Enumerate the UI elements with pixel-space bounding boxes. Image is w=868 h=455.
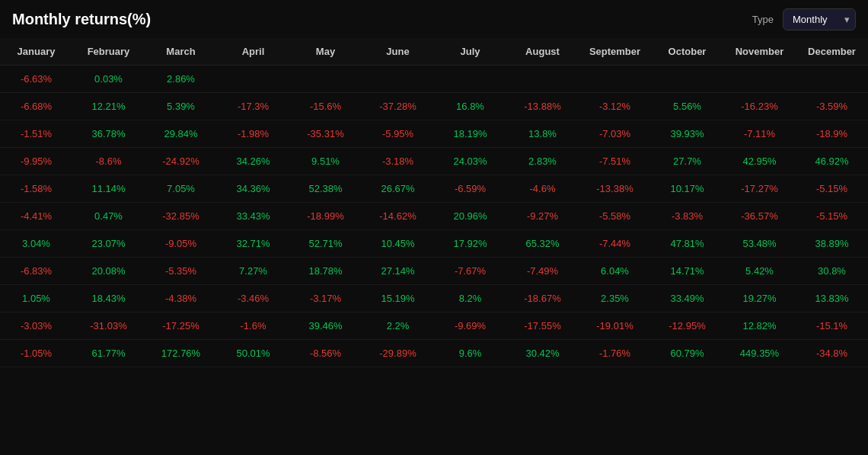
- cell-r10-c2: 172.76%: [145, 340, 217, 367]
- cell-r3-c4: 9.51%: [289, 148, 362, 175]
- cell-r8-c11: 13.83%: [796, 285, 868, 312]
- cell-r1-c1: 12.21%: [72, 93, 145, 120]
- type-dropdown[interactable]: MonthlyYearlyQuarterly: [783, 8, 856, 30]
- cell-r1-c9: 5.56%: [651, 93, 723, 120]
- col-header-august: August: [506, 38, 579, 66]
- cell-r2-c0: -1.51%: [0, 120, 72, 148]
- cell-r7-c11: 30.8%: [796, 258, 868, 285]
- cell-r0-c10: [723, 66, 796, 93]
- col-header-november: November: [723, 38, 796, 66]
- cell-r8-c7: -18.67%: [506, 285, 579, 312]
- cell-r7-c9: 14.71%: [651, 258, 723, 285]
- cell-r0-c3: [217, 66, 289, 93]
- cell-r9-c11: -15.1%: [796, 312, 868, 340]
- cell-r7-c8: 6.04%: [579, 258, 651, 285]
- cell-r6-c0: 3.04%: [0, 230, 72, 258]
- cell-r0-c9: [651, 66, 723, 93]
- cell-r6-c5: 10.45%: [362, 230, 434, 258]
- controls-area: Type MonthlyYearlyQuarterly: [752, 8, 856, 30]
- cell-r0-c2: 2.86%: [145, 66, 217, 93]
- cell-r3-c8: -7.51%: [579, 148, 651, 175]
- cell-r9-c4: 39.46%: [289, 312, 362, 340]
- cell-r5-c11: -5.15%: [796, 203, 868, 230]
- cell-r5-c1: 0.47%: [72, 203, 145, 230]
- cell-r7-c7: -7.49%: [506, 258, 579, 285]
- cell-r10-c4: -8.56%: [289, 340, 362, 367]
- cell-r3-c1: -8.6%: [72, 148, 145, 175]
- cell-r9-c1: -31.03%: [72, 312, 145, 340]
- cell-r1-c10: -16.23%: [723, 93, 796, 120]
- table-row: -1.05%61.77%172.76%50.01%-8.56%-29.89%9.…: [0, 340, 868, 367]
- cell-r4-c11: -5.15%: [796, 175, 868, 203]
- cell-r3-c11: 46.92%: [796, 148, 868, 175]
- cell-r8-c9: 33.49%: [651, 285, 723, 312]
- cell-r5-c4: -18.99%: [289, 203, 362, 230]
- cell-r4-c8: -13.38%: [579, 175, 651, 203]
- cell-r1-c0: -6.68%: [0, 93, 72, 120]
- cell-r9-c7: -17.55%: [506, 312, 579, 340]
- cell-r1-c4: -15.6%: [289, 93, 362, 120]
- cell-r8-c8: 2.35%: [579, 285, 651, 312]
- table-container: JanuaryFebruaryMarchAprilMayJuneJulyAugu…: [0, 38, 868, 455]
- cell-r8-c3: -3.46%: [217, 285, 289, 312]
- cell-r9-c9: -12.95%: [651, 312, 723, 340]
- cell-r4-c5: 26.67%: [362, 175, 434, 203]
- cell-r1-c2: 5.39%: [145, 93, 217, 120]
- cell-r1-c5: -37.28%: [362, 93, 434, 120]
- cell-r2-c7: 13.8%: [506, 120, 579, 148]
- cell-r8-c5: 15.19%: [362, 285, 434, 312]
- cell-r0-c7: [506, 66, 579, 93]
- col-header-may: May: [289, 38, 362, 66]
- col-header-january: January: [0, 38, 72, 66]
- page-header: Monthly returns(%) Type MonthlyYearlyQua…: [0, 0, 868, 38]
- cell-r0-c5: [362, 66, 434, 93]
- cell-r2-c2: 29.84%: [145, 120, 217, 148]
- cell-r4-c9: 10.17%: [651, 175, 723, 203]
- col-header-april: April: [217, 38, 289, 66]
- cell-r9-c6: -9.69%: [434, 312, 506, 340]
- cell-r9-c2: -17.25%: [145, 312, 217, 340]
- page-title: Monthly returns(%): [12, 11, 151, 28]
- cell-r10-c10: 449.35%: [723, 340, 796, 367]
- cell-r4-c2: 7.05%: [145, 175, 217, 203]
- cell-r5-c7: -9.27%: [506, 203, 579, 230]
- type-dropdown-wrapper[interactable]: MonthlyYearlyQuarterly: [783, 8, 856, 30]
- cell-r5-c10: -36.57%: [723, 203, 796, 230]
- cell-r3-c3: 34.26%: [217, 148, 289, 175]
- cell-r2-c4: -35.31%: [289, 120, 362, 148]
- cell-r7-c1: 20.08%: [72, 258, 145, 285]
- cell-r7-c2: -5.35%: [145, 258, 217, 285]
- col-header-september: September: [579, 38, 651, 66]
- cell-r2-c1: 36.78%: [72, 120, 145, 148]
- cell-r7-c5: 27.14%: [362, 258, 434, 285]
- col-header-june: June: [362, 38, 434, 66]
- type-label: Type: [752, 14, 774, 25]
- cell-r6-c4: 52.71%: [289, 230, 362, 258]
- cell-r1-c3: -17.3%: [217, 93, 289, 120]
- cell-r7-c3: 7.27%: [217, 258, 289, 285]
- cell-r0-c8: [579, 66, 651, 93]
- cell-r6-c11: 38.89%: [796, 230, 868, 258]
- cell-r6-c10: 53.48%: [723, 230, 796, 258]
- table-row: -6.63%0.03%2.86%: [0, 66, 868, 93]
- cell-r10-c7: 30.42%: [506, 340, 579, 367]
- cell-r4-c6: -6.59%: [434, 175, 506, 203]
- cell-r4-c7: -4.6%: [506, 175, 579, 203]
- table-row: 3.04%23.07%-9.05%32.71%52.71%10.45%17.92…: [0, 230, 868, 258]
- table-row: 1.05%18.43%-4.38%-3.46%-3.17%15.19%8.2%-…: [0, 285, 868, 312]
- cell-r6-c9: 47.81%: [651, 230, 723, 258]
- cell-r10-c5: -29.89%: [362, 340, 434, 367]
- cell-r6-c6: 17.92%: [434, 230, 506, 258]
- cell-r5-c2: -32.85%: [145, 203, 217, 230]
- cell-r1-c7: -13.88%: [506, 93, 579, 120]
- cell-r2-c9: 39.93%: [651, 120, 723, 148]
- cell-r4-c1: 11.14%: [72, 175, 145, 203]
- cell-r0-c1: 0.03%: [72, 66, 145, 93]
- cell-r0-c6: [434, 66, 506, 93]
- cell-r2-c6: 18.19%: [434, 120, 506, 148]
- cell-r6-c3: 32.71%: [217, 230, 289, 258]
- cell-r8-c10: 19.27%: [723, 285, 796, 312]
- cell-r2-c8: -7.03%: [579, 120, 651, 148]
- cell-r9-c5: 2.2%: [362, 312, 434, 340]
- cell-r9-c10: 12.82%: [723, 312, 796, 340]
